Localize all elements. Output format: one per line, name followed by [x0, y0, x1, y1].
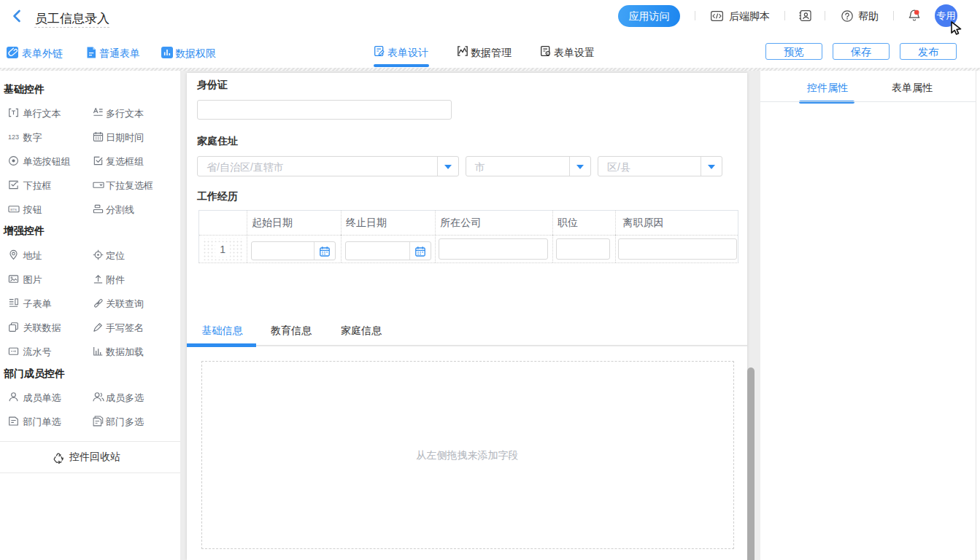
svg-text:123: 123 [8, 133, 19, 141]
svg-text:BTN: BTN [10, 208, 17, 211]
